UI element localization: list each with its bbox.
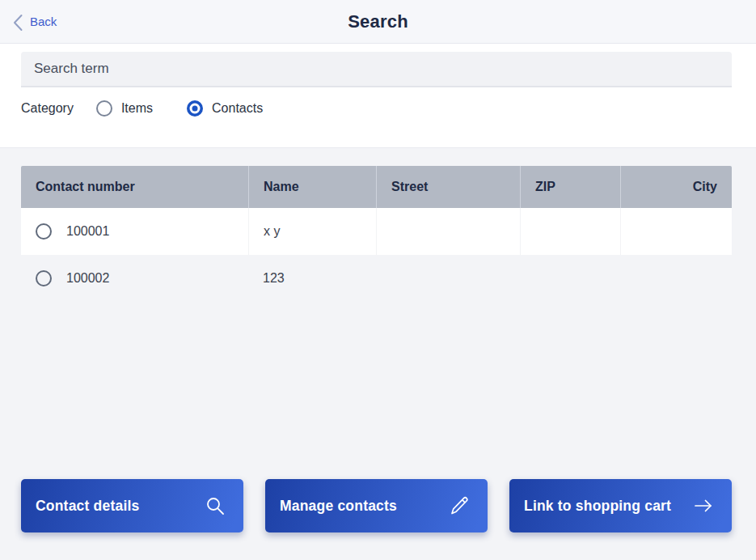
city-cell	[620, 208, 732, 255]
table-row[interactable]: 100002 123	[21, 255, 732, 302]
contact-details-label: Contact details	[36, 498, 139, 515]
pencil-icon	[449, 495, 470, 516]
radio-checked-icon	[187, 100, 203, 117]
results-table: Contact number Name Street ZIP City 1000…	[21, 166, 732, 302]
row-select-radio[interactable]	[36, 270, 52, 286]
search-icon	[205, 495, 226, 516]
table-row[interactable]: 100001 x y	[21, 208, 732, 255]
category-radio-contacts[interactable]: Contacts	[187, 100, 263, 117]
column-header-contact-number: Contact number	[21, 166, 248, 208]
manage-contacts-label: Manage contacts	[280, 498, 397, 515]
column-header-city: City	[620, 166, 732, 208]
column-header-zip: ZIP	[520, 166, 620, 208]
category-label: Category	[21, 101, 74, 116]
back-label: Back	[30, 15, 57, 28]
search-input[interactable]	[21, 52, 732, 87]
name-cell: x y	[248, 208, 376, 255]
table-header-row: Contact number Name Street ZIP City	[21, 166, 732, 208]
category-row: Category Items Contacts	[21, 100, 732, 117]
manage-contacts-button[interactable]: Manage contacts	[265, 479, 488, 532]
link-to-shopping-cart-label: Link to shopping cart	[524, 498, 671, 515]
street-cell	[376, 208, 520, 255]
contact-number-cell: 100001	[66, 224, 109, 239]
zip-cell	[520, 255, 620, 302]
chevron-left-icon	[11, 14, 24, 30]
contact-details-button[interactable]: Contact details	[21, 479, 243, 532]
arrow-right-icon	[693, 495, 714, 516]
street-cell	[376, 255, 520, 302]
radio-unchecked-icon	[96, 100, 112, 117]
city-cell	[620, 255, 732, 302]
zip-cell	[520, 208, 620, 255]
column-header-street: Street	[376, 166, 520, 208]
column-header-name: Name	[248, 166, 376, 208]
row-select-radio[interactable]	[36, 223, 52, 240]
page-title: Search	[348, 11, 408, 32]
link-to-shopping-cart-button[interactable]: Link to shopping cart	[509, 479, 732, 532]
category-option-label: Contacts	[212, 101, 263, 116]
category-option-label: Items	[121, 101, 153, 116]
contact-number-cell: 100002	[66, 271, 109, 286]
top-bar: Back Search	[0, 0, 756, 44]
back-button[interactable]: Back	[11, 0, 57, 43]
search-panel: Category Items Contacts	[0, 44, 756, 148]
footer-actions: Contact details Manage contacts Link to …	[21, 479, 732, 532]
name-cell: 123	[248, 255, 376, 302]
category-radio-items[interactable]: Items	[96, 100, 153, 117]
